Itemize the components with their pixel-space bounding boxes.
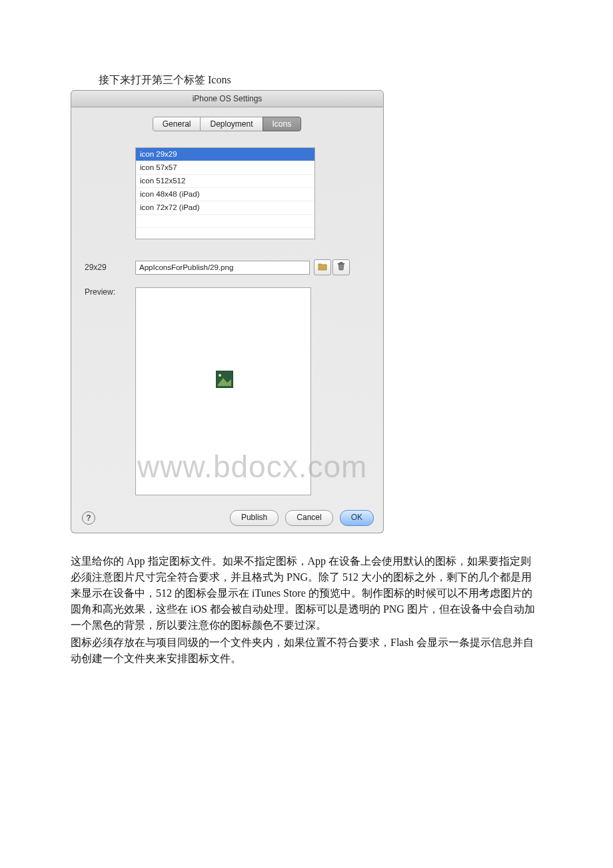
list-item[interactable]: icon 512x512 [136,175,314,188]
list-item [136,215,314,228]
preview-label: Preview: [81,287,135,297]
tab-bar: General Deployment Icons [81,117,374,131]
tab-general[interactable]: General [153,117,201,131]
explanation-text: 这里给你的 App 指定图标文件。如果不指定图标，App 在设备上会使用默认的图… [71,553,537,667]
settings-dialog: iPhone OS Settings General Deployment Ic… [71,90,384,533]
publish-button[interactable]: Publish [230,510,279,526]
svg-point-1 [219,374,221,377]
list-item[interactable]: icon 57x57 [136,161,314,175]
folder-icon [318,263,327,273]
tab-icons[interactable]: Icons [263,117,302,131]
preview-thumbnail [216,371,233,388]
window-title: iPhone OS Settings [71,90,384,107]
browse-button[interactable] [314,259,331,275]
list-item [136,228,314,239]
paragraph: 图标必须存放在与项目同级的一个文件夹内，如果位置不符合要求，Flash 会显示一… [71,635,537,667]
icon-path-input[interactable]: AppIconsForPublish/29.png [135,261,310,275]
trash-icon [337,262,345,273]
section-caption: 接下来打开第三个标签 Icons [99,73,613,87]
delete-button[interactable] [332,259,350,275]
preview-area [135,287,311,495]
paragraph: 这里给你的 App 指定图标文件。如果不指定图标，App 在设备上会使用默认的图… [71,553,537,633]
dialog-body: General Deployment Icons icon 29x29 icon… [71,107,384,533]
list-item[interactable]: icon 48x48 (iPad) [136,188,314,201]
list-item[interactable]: icon 72x72 (iPad) [136,201,314,215]
list-item[interactable]: icon 29x29 [136,148,314,161]
cancel-button[interactable]: Cancel [285,510,332,526]
ok-button[interactable]: OK [340,510,374,526]
help-button[interactable]: ? [82,511,95,525]
tab-deployment[interactable]: Deployment [200,117,263,131]
icon-size-list[interactable]: icon 29x29 icon 57x57 icon 512x512 icon … [135,147,315,239]
size-label: 29x29 [81,263,135,272]
